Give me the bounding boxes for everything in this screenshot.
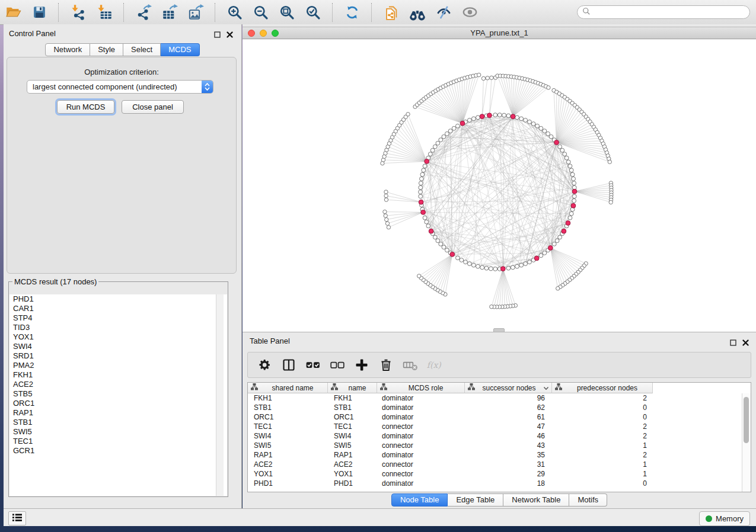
save-session-icon[interactable]	[31, 4, 47, 21]
tab-motifs[interactable]: Motifs	[569, 493, 607, 507]
mcds-node-item[interactable]: FKH1	[9, 370, 227, 380]
mcds-node-item[interactable]: TEC1	[9, 437, 227, 446]
leaf-node[interactable]	[490, 76, 493, 79]
ring-node[interactable]	[430, 148, 435, 152]
mcds-node-item[interactable]: STB1	[9, 418, 227, 427]
ring-node[interactable]	[420, 172, 425, 177]
ring-node[interactable]	[419, 185, 423, 190]
ring-node[interactable]	[506, 114, 511, 118]
mcds-list-scrollbar[interactable]	[216, 294, 224, 496]
ring-node[interactable]	[467, 262, 471, 266]
ring-node[interactable]	[426, 224, 430, 228]
close-window-icon[interactable]	[248, 30, 255, 37]
ring-node[interactable]	[448, 129, 452, 133]
show-all-icon[interactable]	[461, 4, 478, 21]
ring-node[interactable]	[439, 138, 443, 142]
zoom-out-icon[interactable]	[253, 4, 269, 21]
ring-node[interactable]	[467, 118, 471, 122]
ring-node[interactable]	[552, 242, 556, 246]
mcds-hub-node[interactable]	[480, 114, 484, 119]
ring-node[interactable]	[563, 152, 567, 156]
scrollbar-thumb[interactable]	[744, 397, 749, 443]
import-network-icon[interactable]	[70, 4, 87, 21]
mcds-node-item[interactable]: YOX1	[9, 332, 227, 342]
ring-node[interactable]	[535, 124, 540, 128]
table-row[interactable]: ACE2ACE2connector311	[248, 460, 751, 469]
mcds-hub-node[interactable]	[511, 114, 515, 119]
ring-node[interactable]	[436, 141, 440, 145]
ring-node[interactable]	[455, 256, 460, 260]
open-file-icon[interactable]	[5, 4, 21, 21]
leaf-node[interactable]	[486, 76, 489, 80]
mcds-hub-node[interactable]	[566, 221, 570, 226]
mcds-hub-node[interactable]	[562, 229, 566, 233]
tab-mcds[interactable]: MCDS	[161, 43, 199, 56]
ring-node[interactable]	[423, 164, 427, 168]
ring-node[interactable]	[433, 235, 437, 239]
mcds-node-item[interactable]: STB5	[9, 389, 227, 399]
ring-node[interactable]	[564, 156, 569, 160]
import-table-icon[interactable]	[96, 4, 113, 21]
close-panel-icon[interactable]	[742, 338, 749, 348]
ring-node[interactable]	[524, 262, 528, 266]
ring-node[interactable]	[464, 260, 468, 264]
leaf-node[interactable]	[609, 200, 613, 204]
column-header-shared-name[interactable]: shared name	[248, 383, 328, 393]
mcds-node-item[interactable]: ACE2	[9, 380, 227, 389]
ring-node[interactable]	[436, 239, 440, 243]
ring-node[interactable]	[419, 190, 423, 194]
delete-selected-icon[interactable]	[378, 357, 394, 373]
ring-node[interactable]	[515, 116, 519, 120]
mcds-hub-node[interactable]	[487, 113, 492, 118]
ring-node[interactable]	[445, 248, 449, 252]
tab-style[interactable]: Style	[90, 43, 123, 56]
export-network-icon[interactable]	[135, 4, 152, 21]
ring-node[interactable]	[528, 260, 532, 264]
ring-node[interactable]	[531, 122, 535, 126]
ring-node[interactable]	[524, 118, 528, 122]
ring-node[interactable]	[506, 266, 511, 270]
column-header-name[interactable]: name	[328, 383, 377, 393]
ring-node[interactable]	[428, 152, 432, 156]
table-row[interactable]: RAP1RAP1dominator352	[248, 450, 751, 460]
deselect-all-icon[interactable]	[329, 357, 346, 373]
ring-node[interactable]	[515, 264, 519, 268]
leaf-node[interactable]	[385, 222, 389, 225]
leaf-node[interactable]	[383, 210, 387, 213]
column-header-mcds-role[interactable]: MCDS role	[377, 383, 465, 393]
ring-node[interactable]	[558, 145, 562, 149]
ring-node[interactable]	[445, 132, 449, 136]
ring-node[interactable]	[543, 251, 547, 255]
ring-node[interactable]	[519, 117, 524, 121]
ring-node[interactable]	[420, 177, 424, 181]
ring-node[interactable]	[425, 220, 429, 224]
close-panel-icon[interactable]	[227, 30, 233, 40]
ring-node[interactable]	[497, 113, 502, 117]
search-input[interactable]	[591, 8, 735, 17]
leaf-node[interactable]	[556, 287, 560, 290]
export-table-icon[interactable]	[161, 4, 178, 21]
add-column-icon[interactable]	[353, 357, 370, 373]
ring-node[interactable]	[489, 267, 493, 271]
tab-network[interactable]: Network	[45, 43, 90, 56]
mcds-hub-node[interactable]	[572, 189, 577, 194]
refresh-layout-icon[interactable]	[344, 4, 361, 21]
table-scrollbar[interactable]	[742, 393, 751, 492]
float-panel-icon[interactable]	[214, 30, 221, 40]
tab-edge-table[interactable]: Edge Table	[448, 493, 503, 507]
ring-node[interactable]	[493, 267, 497, 271]
mcds-node-item[interactable]: SWI4	[9, 342, 227, 351]
close-panel-button[interactable]: Close panel	[122, 100, 184, 114]
leaf-node[interactable]	[387, 225, 390, 229]
column-header-successor-nodes[interactable]: successor nodes	[465, 383, 552, 393]
table-row[interactable]: ORC1ORC1dominator610	[248, 412, 751, 422]
ring-node[interactable]	[570, 172, 575, 177]
ring-node[interactable]	[572, 198, 576, 203]
mcds-hub-node[interactable]	[500, 267, 505, 271]
ring-node[interactable]	[460, 258, 464, 262]
mcds-result-list[interactable]: PHD1CAR1STP4TID3YOX1SWI4SRD1PMA2FKH1ACE2…	[9, 294, 227, 496]
ring-node[interactable]	[560, 148, 564, 152]
tab-node-table[interactable]: Node Table	[391, 493, 448, 507]
ring-node[interactable]	[546, 132, 550, 136]
mcds-node-item[interactable]: CAR1	[9, 304, 227, 313]
